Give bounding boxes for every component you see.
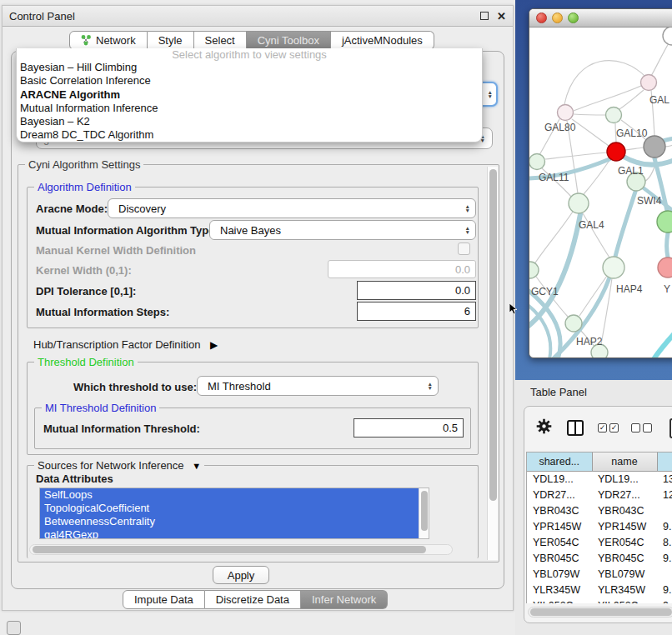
data-attribute-item[interactable]: gal4RGexp [40,528,429,539]
table-cell: YBR045C [592,550,657,566]
tab-discretize-data[interactable]: Discretize Data [205,590,301,609]
network-window-titlebar[interactable] [529,9,672,28]
table-column-header[interactable]: name [592,452,657,471]
tab-jactivemnodules[interactable]: jActiveMNodules [331,31,434,50]
close-window-icon[interactable] [536,12,547,23]
columns-icon[interactable] [567,420,584,436]
tab-cyni-toolbox[interactable]: Cyni Toolbox [247,31,331,50]
minimize-window-icon[interactable] [552,12,563,23]
table-hscrollbar[interactable] [528,607,672,618]
network-node[interactable] [529,154,545,170]
attribute-list-scrollbar[interactable] [419,488,429,539]
table-row[interactable]: YLR345WYLR345W9. [527,582,672,598]
which-threshold-combo[interactable]: MI Threshold ▲▼ [197,376,439,396]
manual-kernel-label: Manual Kernel Width Definition [36,244,196,257]
table-cell: 12 [657,487,672,502]
manual-kernel-checkbox[interactable] [458,242,470,255]
network-node[interactable] [641,75,657,91]
table-column-header[interactable]: shared... [527,452,592,471]
data-attribute-item[interactable]: SelfLoops [40,488,429,502]
table-cell: YBR043C [527,502,592,518]
table-cell: YPR145W [527,518,592,534]
network-node[interactable] [529,262,539,278]
kernel-width-label: Kernel Width (0,1): [36,264,132,277]
control-panel-tabbar: NetworkStyleSelectCyni ToolboxjActiveMNo… [69,31,434,50]
sources-title[interactable]: Sources for Network Inference ▼ [34,459,204,472]
table-hscrollbar-thumb[interactable] [530,608,672,616]
table-row[interactable]: YBR043CYBR043C [527,502,672,518]
algorithm-option[interactable]: Dream8 DC_TDC Algorithm [17,128,482,142]
aracne-mode-value: Discovery [118,202,166,215]
network-node[interactable] [565,315,582,332]
network-node[interactable] [558,105,574,121]
dpi-tolerance-field[interactable]: 0.0 [357,281,476,300]
algorithm-option[interactable]: Mutual Information Inference [17,102,482,115]
tab-style[interactable]: Style [148,31,194,50]
apply-button[interactable]: Apply [213,566,269,584]
control-panel-titlebar: Control Panel ✕ [3,6,513,27]
algorithm-option[interactable]: Basic Correlation Inference [17,74,482,88]
gear-icon[interactable] [536,418,552,438]
select-all-columns-icon[interactable]: ✓✓ [598,423,619,432]
network-node[interactable] [607,142,625,161]
network-node[interactable] [657,211,672,232]
mi-threshold-field[interactable]: 0.5 [354,418,464,438]
sources-hscrollbar[interactable] [29,544,453,555]
close-panel-icon[interactable]: ✕ [497,10,506,22]
table-row[interactable]: YBR045CYBR045C9. [527,550,672,566]
network-node[interactable] [603,257,624,278]
table-row[interactable]: YBL079WYBL079W [527,566,672,582]
tab-impute-data[interactable]: Impute Data [123,590,205,609]
node-table[interactable]: shared...nameA YDL19...YDL19...13YDR27..… [526,452,672,603]
table-cell: 9. [657,582,672,598]
node-label: GAL11 [539,172,569,183]
mi-type-combo[interactable]: Naive Bayes ▲▼ [209,220,476,240]
node-label: Y [664,283,670,295]
network-node[interactable] [569,193,589,213]
network-edge [625,148,644,150]
deselect-all-columns-icon[interactable] [631,423,652,432]
cytopanel-corner-button[interactable] [7,621,21,635]
data-attribute-item[interactable]: BetweennessCentrality [40,515,429,528]
table-cell: YBL079W [592,566,657,582]
settings-scrollbar-thumb[interactable] [489,169,497,501]
network-node[interactable] [663,28,672,45]
table-cell: YER054C [592,534,657,550]
data-attributes-label: Data Attributes [36,472,113,485]
zoom-window-icon[interactable] [568,12,579,23]
spinner-icon: ▲▼ [465,204,470,213]
tab-infer-network[interactable]: Infer Network [301,590,388,609]
sources-hscrollbar-thumb[interactable] [33,546,426,553]
tab-network[interactable]: Network [69,31,148,50]
float-window-icon[interactable] [480,10,489,22]
algorithm-option[interactable]: ARACNE Algorithm [17,88,482,102]
algorithm-option[interactable]: Bayesian – K2 [17,115,482,128]
attribute-list-scrollbar-thumb[interactable] [421,491,428,531]
network-canvas[interactable]: GALGAL80GAL10GAL1GAL11SWI4GAL4GCY1HAP4YH… [529,28,672,358]
tab-label: Select [205,34,235,47]
table-row[interactable]: YDR27...YDR27...12 [527,487,672,502]
table-cell: YLR345W [592,582,657,598]
table-cell: 13 [657,471,672,487]
algorithm-option[interactable]: Bayesian – Hill Climbing [17,61,482,74]
network-node[interactable] [658,258,672,278]
network-node[interactable] [606,108,622,123]
table-row[interactable]: YER054CYER054C8. [527,534,672,550]
data-attributes-list[interactable]: SelfLoopsTopologicalCoefficientBetweenne… [39,488,429,539]
settings-scrollbar[interactable] [487,167,498,560]
tab-select[interactable]: Select [194,31,247,50]
table-cell: YPR145W [592,518,657,534]
table-column-header[interactable]: A [657,452,672,471]
aracne-mode-combo[interactable]: Discovery ▲▼ [108,198,476,218]
algorithm-dropdown[interactable]: Select algorithm to view settings Bayesi… [16,48,483,142]
node-label: GCY1 [531,286,559,298]
table-row[interactable]: YDL19...YDL19...13 [527,471,672,487]
table-row[interactable]: YPR145WYPR145W9. [527,518,672,534]
network-edge-thick [667,233,669,258]
mi-steps-field[interactable]: 6 [357,302,476,321]
kernel-width-field[interactable]: 0.0 [328,260,476,278]
table-cell: YBR043C [592,502,657,518]
data-attribute-item[interactable]: TopologicalCoefficient [40,502,429,515]
table-row[interactable]: YIL052CYIL052C9 [527,598,672,603]
hub-definition-toggle[interactable]: Hub/Transcription Factor Definition ▶ [33,338,218,351]
